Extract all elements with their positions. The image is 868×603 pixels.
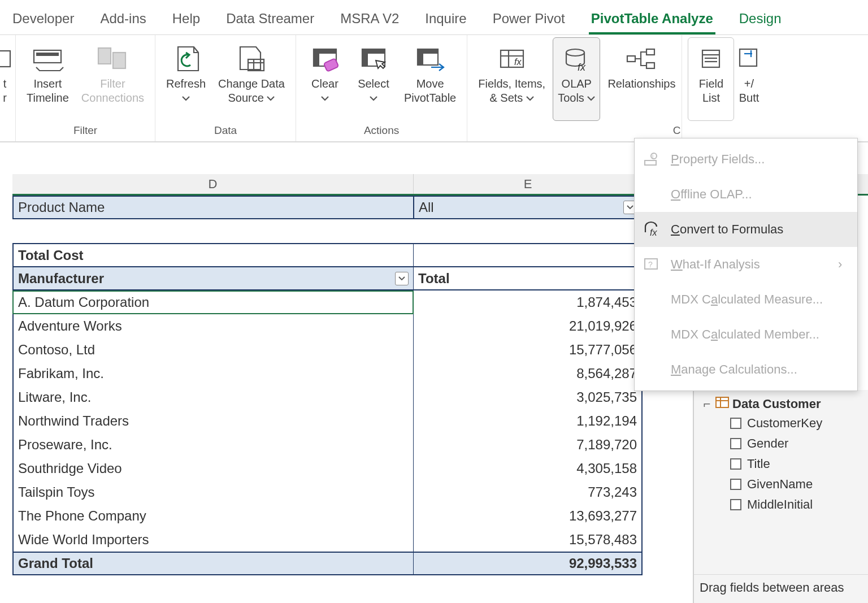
row-value-cell[interactable]: 13,693,277: [414, 504, 643, 528]
filter-connections-icon: [94, 44, 131, 75]
menu-item[interactable]: fxConvert to Formulas: [635, 212, 857, 247]
row-label-cell[interactable]: Northwind Traders: [12, 409, 414, 433]
row-label-cell[interactable]: Tailspin Toys: [12, 480, 414, 504]
ribbon-group-filter: InsertTimeline FilterConnections Filter: [16, 35, 155, 141]
svg-rect-41: [716, 397, 728, 407]
svg-rect-3: [98, 48, 111, 64]
plus-minus-buttons-button[interactable]: +/Butt: [736, 37, 761, 121]
row-label-cell[interactable]: Proseware, Inc.: [12, 433, 414, 457]
row-value-cell[interactable]: 1,874,453: [414, 290, 643, 314]
row-value-cell[interactable]: 773,243: [414, 480, 643, 504]
move-icon: [412, 44, 448, 75]
row-value-cell[interactable]: 4,305,158: [414, 457, 643, 480]
checkbox-icon[interactable]: [730, 479, 741, 490]
svg-rect-1: [34, 50, 61, 63]
row-label-cell[interactable]: Southridge Video: [12, 457, 414, 480]
plus-minus-icon: [737, 44, 760, 75]
row-label-cell[interactable]: Fabrikam, Inc.: [12, 362, 414, 385]
chevron-down-icon: [526, 91, 534, 105]
grand-total-label[interactable]: Grand Total: [12, 552, 414, 575]
row-field-dropdown[interactable]: [395, 272, 409, 285]
row-value-cell[interactable]: 15,777,056: [414, 338, 643, 362]
chevron-right-icon: ›: [838, 257, 847, 272]
svg-rect-2: [36, 53, 59, 56]
page-filter-value[interactable]: All: [414, 196, 643, 219]
collapse-icon[interactable]: ⌐: [702, 397, 712, 411]
insert-timeline-button[interactable]: InsertTimeline: [21, 37, 74, 121]
ribbon-group-calculations: fx Fields, Items,& Sets fx OLAPTools Rel…: [467, 35, 682, 141]
tab-design[interactable]: Design: [737, 11, 784, 34]
ribbon-group-data: Refresh Change DataSource Data: [155, 35, 296, 141]
menu-item-label: Manage Calculations...: [671, 362, 847, 377]
olap-tools-button[interactable]: fx OLAPTools: [553, 37, 600, 121]
tab-pivottable-analyze[interactable]: PivotTable Analyze: [589, 11, 715, 34]
row-value-cell[interactable]: 1,192,194: [414, 409, 643, 433]
column-header-d[interactable]: D: [12, 174, 414, 194]
checkbox-icon[interactable]: [730, 438, 741, 449]
checkbox-icon[interactable]: [730, 418, 741, 429]
svg-rect-0: [0, 51, 10, 67]
pivot-field-list-pane: ⌐ Data Customer CustomerKeyGenderTitleGi…: [693, 390, 868, 603]
value-label-cell[interactable]: Total Cost: [12, 243, 414, 267]
relationships-button[interactable]: Relationships: [602, 37, 680, 121]
field-label: MiddleInitial: [747, 497, 813, 512]
row-label-cell[interactable]: A. Datum Corporation: [12, 290, 414, 314]
chevron-down-icon: [166, 91, 206, 105]
row-label-cell[interactable]: Litware, Inc.: [12, 385, 414, 409]
tab-inquire[interactable]: Inquire: [423, 11, 468, 34]
fields-items-sets-button[interactable]: fx Fields, Items,& Sets: [473, 37, 550, 121]
row-label-cell[interactable]: Wide World Importers: [12, 528, 414, 552]
move-pivottable-button[interactable]: MovePivotTable: [399, 37, 461, 121]
row-field-header[interactable]: Manufacturer: [12, 267, 414, 290]
insert-slicer-button-partial[interactable]: tr: [0, 37, 11, 121]
row-value-cell[interactable]: 21,019,926: [414, 314, 643, 338]
field-label: Gender: [747, 436, 788, 451]
menu-item-label: MDX Calculated Member...: [671, 327, 847, 342]
filter-connections-button: FilterConnections: [76, 37, 149, 121]
svg-rect-17: [418, 49, 423, 65]
chevron-down-icon: [267, 91, 275, 105]
svg-text:fx: fx: [650, 228, 657, 237]
field-item[interactable]: CustomerKey: [730, 416, 863, 431]
clear-button[interactable]: Clear: [302, 37, 348, 121]
field-label: GivenName: [747, 477, 813, 492]
ribbon-group-actions: Clear Select MovePivotTable Actions: [296, 35, 467, 141]
tab-add-ins[interactable]: Add-ins: [98, 11, 148, 34]
field-item[interactable]: Title: [730, 457, 863, 471]
row-label-cell[interactable]: Contoso, Ltd: [12, 338, 414, 362]
field-list-button[interactable]: FieldList: [688, 37, 734, 121]
tab-developer[interactable]: Developer: [10, 11, 76, 34]
tab-data-streamer[interactable]: Data Streamer: [224, 11, 316, 34]
change-data-source-button[interactable]: Change DataSource: [213, 37, 290, 121]
relationships-icon: [623, 44, 659, 75]
field-item[interactable]: Gender: [730, 436, 863, 451]
checkbox-icon[interactable]: [730, 499, 741, 510]
ribbon-body: tr InsertTimeline FilterConnections Filt…: [0, 35, 868, 142]
column-total-header[interactable]: Total: [414, 267, 643, 290]
row-label-cell[interactable]: The Phone Company: [12, 504, 414, 528]
field-item[interactable]: MiddleInitial: [730, 497, 863, 512]
tab-msra-v2[interactable]: MSRA V2: [338, 11, 401, 34]
row-value-cell[interactable]: 8,564,287: [414, 362, 643, 385]
select-button[interactable]: Select: [350, 37, 397, 121]
ribbon-group-label: Actions: [364, 122, 399, 140]
ribbon-group-show: FieldList +/Butt: [682, 35, 767, 141]
row-value-cell[interactable]: 7,189,720: [414, 433, 643, 457]
tab-power-pivot[interactable]: Power Pivot: [491, 11, 567, 34]
menu-item: iProperty Fields...: [635, 142, 857, 177]
checkbox-icon[interactable]: [730, 458, 741, 470]
grand-total-value[interactable]: 92,993,533: [414, 552, 643, 575]
value-label-empty[interactable]: [414, 243, 643, 267]
column-header-e[interactable]: E: [414, 174, 643, 194]
row-value-cell[interactable]: 3,025,735: [414, 385, 643, 409]
field-item[interactable]: GivenName: [730, 477, 863, 492]
tab-help[interactable]: Help: [170, 11, 202, 34]
refresh-button[interactable]: Refresh: [161, 37, 211, 121]
row-value-cell[interactable]: 15,578,483: [414, 528, 643, 552]
ribbon-group-label: Filter: [73, 122, 97, 140]
svg-rect-4: [113, 53, 125, 68]
select-icon: [355, 44, 392, 75]
row-label-cell[interactable]: Adventure Works: [12, 314, 414, 338]
chevron-down-icon: [311, 91, 338, 105]
page-filter-field[interactable]: Product Name: [12, 196, 414, 219]
